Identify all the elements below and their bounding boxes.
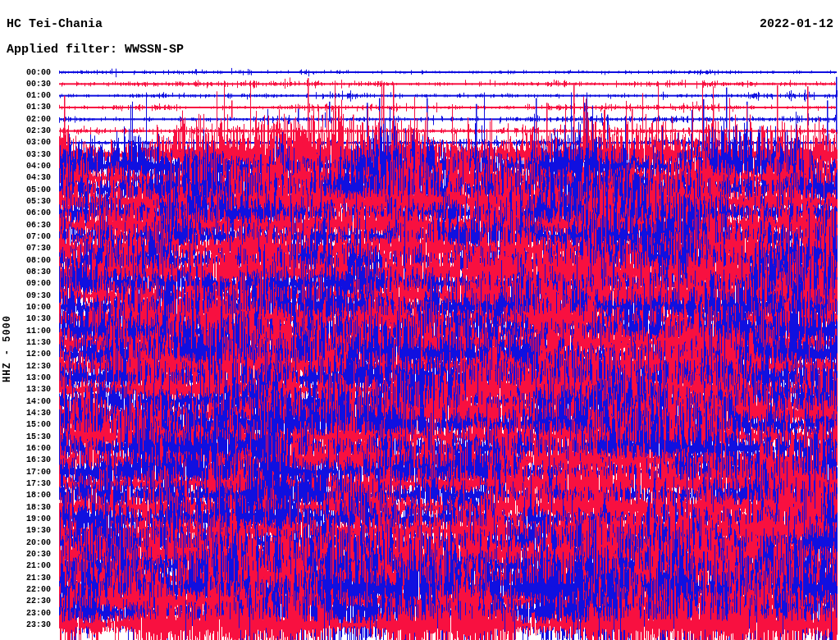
time-label-02:00: 02:00 xyxy=(0,115,51,124)
time-label-01:00: 01:00 xyxy=(0,91,51,100)
helicorder-canvas xyxy=(0,0,840,640)
time-label-16:00: 16:00 xyxy=(0,444,51,453)
time-label-05:30: 05:30 xyxy=(0,197,51,206)
time-label-11:30: 11:30 xyxy=(0,338,51,347)
time-label-17:00: 17:00 xyxy=(0,468,51,477)
time-label-19:30: 19:30 xyxy=(0,526,51,535)
time-label-02:30: 02:30 xyxy=(0,126,51,135)
helicorder-page: HC Tei-Chania 2022-01-12 Applied filter:… xyxy=(0,0,840,640)
time-label-07:00: 07:00 xyxy=(0,232,51,241)
time-label-12:00: 12:00 xyxy=(0,350,51,359)
time-label-12:30: 12:30 xyxy=(0,362,51,371)
time-label-17:30: 17:30 xyxy=(0,479,51,488)
time-label-05:00: 05:00 xyxy=(0,185,51,194)
time-label-06:00: 06:00 xyxy=(0,208,51,217)
time-label-08:30: 08:30 xyxy=(0,267,51,277)
time-label-14:30: 14:30 xyxy=(0,409,51,418)
time-label-10:00: 10:00 xyxy=(0,303,51,312)
time-axis: 00:0000:3001:0001:3002:0002:3003:0003:30… xyxy=(0,0,51,640)
time-label-22:00: 22:00 xyxy=(0,585,51,594)
time-label-06:30: 06:30 xyxy=(0,221,51,230)
time-label-09:30: 09:30 xyxy=(0,291,51,300)
time-label-11:00: 11:00 xyxy=(0,327,51,336)
time-label-18:30: 18:30 xyxy=(0,503,51,512)
time-label-21:00: 21:00 xyxy=(0,561,51,570)
time-label-09:00: 09:00 xyxy=(0,279,51,288)
time-label-08:00: 08:00 xyxy=(0,256,51,265)
time-label-15:30: 15:30 xyxy=(0,432,51,441)
time-label-15:00: 15:00 xyxy=(0,420,51,429)
time-label-07:30: 07:30 xyxy=(0,244,51,253)
time-label-18:00: 18:00 xyxy=(0,491,51,500)
time-label-14:00: 14:00 xyxy=(0,397,51,406)
time-label-00:30: 00:30 xyxy=(0,80,51,89)
time-label-01:30: 01:30 xyxy=(0,103,51,112)
time-label-04:00: 04:00 xyxy=(0,162,51,171)
time-label-20:00: 20:00 xyxy=(0,538,51,547)
time-label-20:30: 20:30 xyxy=(0,550,51,559)
time-label-03:00: 03:00 xyxy=(0,138,51,147)
time-label-04:30: 04:30 xyxy=(0,173,51,182)
time-label-21:30: 21:30 xyxy=(0,574,51,583)
time-label-23:30: 23:30 xyxy=(0,620,51,629)
time-label-13:00: 13:00 xyxy=(0,373,51,382)
time-label-23:00: 23:00 xyxy=(0,609,51,618)
time-label-10:30: 10:30 xyxy=(0,314,51,323)
time-label-13:30: 13:30 xyxy=(0,385,51,394)
time-label-19:00: 19:00 xyxy=(0,514,51,523)
time-label-16:30: 16:30 xyxy=(0,455,51,464)
time-label-22:30: 22:30 xyxy=(0,597,51,606)
time-label-03:30: 03:30 xyxy=(0,150,51,159)
date-label: 2022-01-12 xyxy=(760,17,833,31)
time-label-00:00: 00:00 xyxy=(0,68,51,77)
